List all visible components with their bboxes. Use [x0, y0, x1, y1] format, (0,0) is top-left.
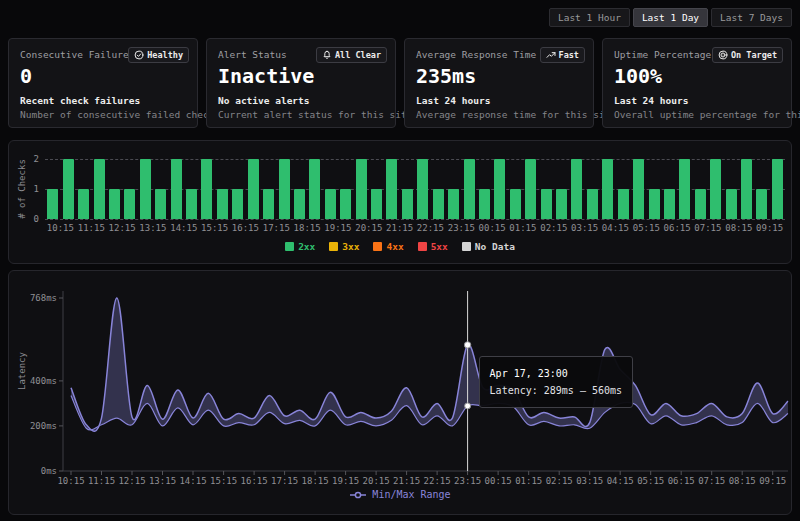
- bar-2xx[interactable]: [248, 159, 259, 219]
- x-tick-label: 13:15: [149, 476, 176, 486]
- legend-label: 4xx: [386, 241, 403, 252]
- card-description: Number of consecutive failed checks: [20, 109, 220, 120]
- bar-2xx[interactable]: [618, 189, 629, 219]
- bar-2xx[interactable]: [695, 189, 706, 219]
- legend-swatch: [329, 242, 338, 251]
- time-range-button-last-7-days[interactable]: Last 7 Days: [711, 8, 792, 27]
- time-range-button-last-1-hour[interactable]: Last 1 Hour: [549, 8, 630, 27]
- x-tick-label: 23:15: [454, 476, 481, 486]
- x-tick-label: 19:15: [332, 476, 359, 486]
- badge-label: All Clear: [335, 50, 381, 60]
- bar-2xx[interactable]: [602, 159, 613, 219]
- legend-item-5xx: 5xx: [418, 241, 448, 252]
- bar-2xx[interactable]: [464, 159, 475, 219]
- bar-2xx[interactable]: [726, 189, 737, 219]
- bar-2xx[interactable]: [94, 159, 105, 219]
- x-tick-label: 21:15: [386, 223, 413, 233]
- bar-2xx[interactable]: [772, 159, 783, 219]
- card-value: Inactive: [218, 65, 384, 87]
- tooltip-value: Latency: 289ms — 560ms: [490, 382, 622, 399]
- status-badge: All Clear: [316, 47, 387, 63]
- bar-2xx[interactable]: [710, 159, 721, 219]
- x-tick-label: 14:15: [170, 223, 197, 233]
- bar-2xx[interactable]: [263, 189, 274, 219]
- crosshair-dot-max: [464, 342, 470, 348]
- bar-2xx[interactable]: [448, 189, 459, 219]
- bar-2xx[interactable]: [140, 159, 151, 219]
- y-tick-label: 0: [15, 214, 39, 224]
- bar-2xx[interactable]: [356, 159, 367, 219]
- target-icon: [718, 50, 728, 60]
- x-tick-label: 09:15: [759, 476, 786, 486]
- badge-label: Healthy: [147, 50, 183, 60]
- checks-bar-chart[interactable]: [45, 159, 785, 219]
- x-tick-label: 18:15: [302, 476, 329, 486]
- checks-chart-panel: # of Checks 012 10:1511:1512:1513:1514:1…: [8, 140, 792, 264]
- bar-2xx[interactable]: [186, 189, 197, 219]
- x-tick-label: 04:15: [602, 223, 629, 233]
- bar-2xx[interactable]: [633, 159, 644, 219]
- bar-2xx[interactable]: [155, 189, 166, 219]
- bar-2xx[interactable]: [556, 189, 567, 219]
- bar-2xx[interactable]: [309, 159, 320, 219]
- bar-2xx[interactable]: [217, 189, 228, 219]
- legend-swatch: [418, 242, 427, 251]
- x-tick-label: 19:15: [324, 223, 351, 233]
- y-tick-label: 1: [15, 184, 39, 194]
- bar-2xx[interactable]: [124, 189, 135, 219]
- bar-2xx[interactable]: [494, 159, 505, 219]
- x-tick-label: 06:15: [668, 476, 695, 486]
- bar-2xx[interactable]: [109, 189, 120, 219]
- bar-2xx[interactable]: [371, 189, 382, 219]
- bar-2xx[interactable]: [664, 189, 675, 219]
- legend-label: 2xx: [298, 241, 315, 252]
- x-tick-label: 08:15: [729, 476, 756, 486]
- x-tick-label: 07:15: [694, 223, 721, 233]
- bar-2xx[interactable]: [279, 159, 290, 219]
- bar-2xx[interactable]: [232, 189, 243, 219]
- status-badge: Fast: [540, 47, 585, 63]
- bar-2xx[interactable]: [649, 189, 660, 219]
- x-tick-label: 23:15: [448, 223, 475, 233]
- card-description: Current alert status for this site: [218, 109, 412, 120]
- card-subtitle: Last 24 hours: [614, 95, 688, 106]
- time-range-button-last-1-day[interactable]: Last 1 Day: [633, 8, 708, 27]
- bar-2xx[interactable]: [294, 189, 305, 219]
- x-tick-label: 18:15: [294, 223, 321, 233]
- stat-card-uptime-percentage: Uptime PercentageOn Target100%Last 24 ho…: [602, 38, 792, 128]
- bar-2xx[interactable]: [63, 159, 74, 219]
- x-tick-label: 22:15: [417, 223, 444, 233]
- bar-2xx[interactable]: [587, 189, 598, 219]
- stat-cards-row: Consecutive FailuresHealthy0Recent check…: [8, 38, 792, 128]
- bar-2xx[interactable]: [433, 189, 444, 219]
- y-tick-label: 768ms: [13, 293, 57, 303]
- bar-2xx[interactable]: [417, 159, 428, 219]
- bar-2xx[interactable]: [525, 159, 536, 219]
- bar-2xx[interactable]: [171, 159, 182, 219]
- bar-2xx[interactable]: [741, 159, 752, 219]
- bar-2xx[interactable]: [386, 159, 397, 219]
- bar-2xx[interactable]: [78, 189, 89, 219]
- legend-label: No Data: [475, 241, 515, 252]
- bar-2xx[interactable]: [402, 189, 413, 219]
- bar-2xx[interactable]: [756, 189, 767, 219]
- x-tick-label: 17:15: [263, 223, 290, 233]
- latency-legend: Min/Max Range: [9, 489, 791, 500]
- x-tick-label: 05:15: [633, 223, 660, 233]
- bar-2xx[interactable]: [571, 159, 582, 219]
- stat-card-consecutive-failures: Consecutive FailuresHealthy0Recent check…: [8, 38, 198, 128]
- bar-2xx[interactable]: [325, 189, 336, 219]
- bar-2xx[interactable]: [541, 189, 552, 219]
- x-tick-label: 10:15: [47, 223, 74, 233]
- bar-2xx[interactable]: [510, 189, 521, 219]
- bar-2xx[interactable]: [340, 189, 351, 219]
- bar-2xx[interactable]: [201, 159, 212, 219]
- badge-label: On Target: [731, 50, 777, 60]
- y-tick-label: 0ms: [13, 466, 57, 476]
- bar-2xx[interactable]: [47, 189, 58, 219]
- status-badge: On Target: [712, 47, 783, 63]
- x-tick-label: 16:15: [232, 223, 259, 233]
- bar-2xx[interactable]: [479, 189, 490, 219]
- legend-swatch: [373, 242, 382, 251]
- bar-2xx[interactable]: [679, 159, 690, 219]
